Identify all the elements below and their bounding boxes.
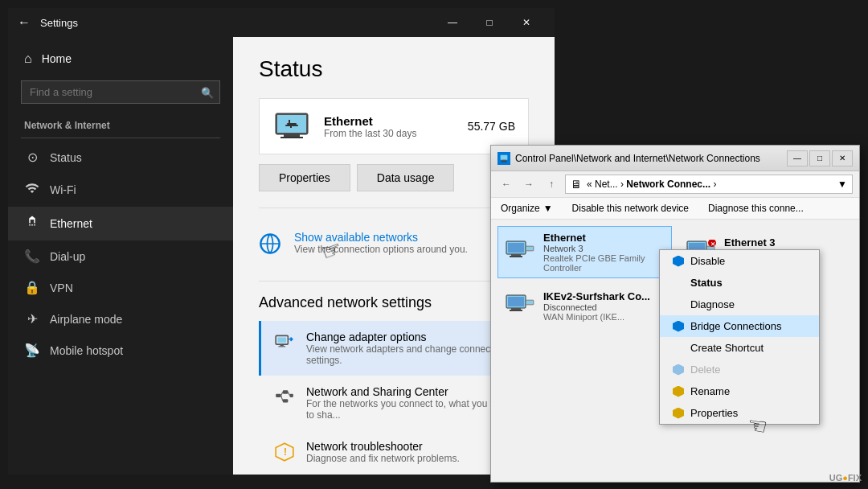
network-icon-ethernet — [505, 240, 537, 265]
advanced-section-title: Advanced network settings — [259, 294, 529, 311]
cp-address-bar[interactable]: 🖥 « Net... › Network Connec... › ▼ — [565, 175, 853, 194]
divider-2 — [259, 281, 529, 281]
settings-body: ⌂ Home 🔍 Network & Internet ⊙ Status W — [8, 37, 555, 475]
airplane-icon: ✈ — [24, 311, 40, 327]
organize-label: Organize — [501, 203, 540, 214]
ethernet-card-info: Ethernet From the last 30 days — [324, 114, 468, 139]
sidebar-item-dialup[interactable]: 📞 Dial-up — [8, 240, 233, 272]
context-menu-delete: Delete — [660, 359, 819, 380]
svg-rect-13 — [276, 394, 281, 397]
network-device-ikev2: WAN Miniport (IKE... — [543, 312, 665, 322]
network-item-ikev2[interactable]: IKEv2-Surfshark Co... Disconnected WAN M… — [497, 285, 672, 327]
network-type-ikev2: Disconnected — [543, 302, 665, 312]
sidebar-item-status[interactable]: ⊙ Status — [8, 142, 233, 173]
watermark-text: UG●FIX — [829, 473, 862, 483]
cp-address-arrow[interactable]: ▼ — [837, 179, 847, 190]
svg-rect-11 — [280, 344, 284, 346]
context-menu-disable[interactable]: Disable — [660, 250, 819, 272]
network-sharing-sub: For the networks you connect to, what yo… — [306, 398, 516, 421]
svg-rect-27 — [511, 254, 521, 256]
ethernet-status-card: Ethernet From the last 30 days 55.77 GB — [259, 98, 529, 154]
search-icon: 🔍 — [201, 86, 214, 98]
cp-maximize-btn[interactable]: □ — [809, 150, 830, 166]
network-sharing-option[interactable]: Network and Sharing Center For the netwo… — [259, 376, 529, 430]
svg-line-19 — [288, 392, 289, 396]
svg-rect-14 — [283, 390, 289, 393]
svg-rect-22 — [501, 154, 508, 159]
sidebar-home-label: Home — [42, 52, 72, 65]
sidebar-item-ethernet-label: Ethernet — [50, 217, 92, 230]
network-sharing-icon — [274, 387, 297, 411]
sidebar-section-label: Network & Internet — [8, 110, 233, 134]
change-adapter-info: Change adapter options View network adap… — [306, 331, 516, 366]
sidebar-item-vpn[interactable]: 🔒 VPN — [8, 272, 233, 303]
network-item-ethernet[interactable]: Ethernet Network 3 Realtek PCIe GBE Fami… — [497, 226, 672, 278]
search-input[interactable] — [21, 80, 220, 104]
change-adapter-icon — [274, 332, 297, 356]
context-menu-bridge[interactable]: Bridge Connections — [660, 315, 819, 337]
cp-minimize-btn[interactable]: — — [787, 150, 808, 166]
sidebar-item-wifi[interactable]: Wi-Fi — [8, 173, 233, 207]
sidebar-divider — [21, 138, 220, 138]
cp-nav-toolbar: ← → ↑ 🖥 « Net... › Network Connec... › ▼ — [491, 171, 859, 198]
context-menu-status[interactable]: Status — [660, 272, 819, 294]
window-title: Settings — [40, 17, 434, 29]
svg-rect-42 — [510, 310, 522, 311]
cp-address-text: « Net... › Network Connec... › — [587, 179, 716, 190]
vpn-icon: 🔒 — [24, 280, 40, 295]
sidebar-item-hotspot[interactable]: 📡 Mobile hotspot — [8, 335, 233, 366]
troubleshooter-title: Network troubleshooter — [306, 440, 460, 453]
show-networks-item[interactable]: Show available networks View the connect… — [259, 221, 529, 268]
shield-icon-disable — [673, 256, 684, 267]
context-menu-diagnose[interactable]: Diagnose — [660, 294, 819, 315]
troubleshooter-option[interactable]: ! Network troubleshooter Diagnose and fi… — [259, 430, 529, 475]
maximize-button[interactable]: □ — [471, 10, 508, 35]
context-menu-rename[interactable]: Rename — [660, 380, 819, 402]
context-disable-label: Disable — [690, 255, 725, 267]
network-icon-ikev2 — [505, 294, 537, 319]
minimize-button[interactable]: — — [434, 10, 471, 35]
context-menu-shortcut[interactable]: Create Shortcut — [660, 337, 819, 359]
settings-window: ← Settings — □ ✕ ⌂ Home 🔍 Network & Inte… — [8, 8, 555, 475]
diagnose-btn[interactable]: Diagnose this conne... — [705, 201, 807, 216]
network-info-ethernet: Ethernet Network 3 Realtek PCIe GBE Fami… — [543, 232, 665, 273]
svg-rect-23 — [502, 159, 506, 161]
wifi-icon — [24, 181, 40, 199]
cp-forward-btn[interactable]: → — [520, 175, 538, 193]
context-menu-properties[interactable]: Properties — [660, 402, 819, 424]
shield-icon-bridge — [673, 321, 684, 332]
context-properties-label: Properties — [690, 407, 738, 419]
window-controls: — □ ✕ — [434, 10, 545, 35]
svg-rect-26 — [508, 243, 524, 253]
shield-icon-delete — [673, 364, 684, 376]
troubleshooter-sub: Diagnose and fix network problems. — [306, 453, 460, 464]
troubleshooter-icon: ! — [274, 442, 297, 466]
sidebar-home-item[interactable]: ⌂ Home — [8, 43, 233, 74]
disable-network-btn[interactable]: Disable this network device — [569, 201, 692, 216]
context-delete-label: Delete — [690, 364, 721, 376]
network-name-ikev2: IKEv2-Surfshark Co... — [543, 290, 665, 302]
cp-address-icon: 🖥 — [571, 178, 582, 191]
sidebar-item-airplane[interactable]: ✈ Airplane mode — [8, 303, 233, 335]
sidebar-item-wifi-label: Wi-Fi — [50, 183, 76, 196]
status-icon: ⊙ — [24, 150, 40, 165]
sidebar-item-ethernet[interactable]: Ethernet — [8, 207, 233, 240]
change-adapter-option[interactable]: Change adapter options View network adap… — [259, 321, 529, 376]
svg-line-18 — [281, 396, 283, 401]
page-title: Status — [259, 56, 529, 82]
close-button[interactable]: ✕ — [508, 10, 545, 35]
svg-rect-41 — [511, 308, 521, 310]
cp-up-btn[interactable]: ↑ — [542, 175, 560, 193]
cp-back-btn[interactable]: ← — [497, 175, 515, 193]
sidebar-item-status-label: Status — [50, 151, 82, 164]
properties-button[interactable]: Properties — [259, 164, 350, 191]
organize-btn[interactable]: Organize ▼ — [497, 201, 556, 216]
organize-arrow: ▼ — [543, 203, 553, 214]
network-name-ethernet3: Ethernet 3 — [724, 236, 845, 249]
cp-close-btn[interactable]: ✕ — [832, 150, 853, 166]
sidebar: ⌂ Home 🔍 Network & Internet ⊙ Status W — [8, 37, 233, 475]
back-button[interactable]: ← — [18, 15, 31, 30]
watermark: UG●FIX — [829, 473, 862, 483]
data-usage-button[interactable]: Data usage — [357, 164, 455, 191]
svg-rect-4 — [287, 123, 297, 125]
